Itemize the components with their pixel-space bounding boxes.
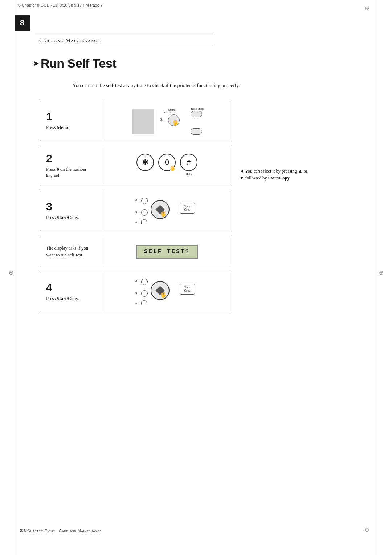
bottom-footer: 8.6 Chapter Eight · Care and Maintenance [20,528,102,533]
right-border [377,0,377,555]
steps-area: 1 Press Menu. Menu Resolution [40,101,232,317]
top-meta: 0-Chapter 8(GODREJ) 9/20/98 5:17 PM Page… [18,3,103,7]
page-number-box: 8 [15,15,30,31]
menu-label: Menu [168,108,176,112]
side-note-line2: ▼ followed by Start/Copy. [240,175,347,182]
menu-button: 🖐 [168,114,180,126]
step-2-left: 2 Press 0 on the number keypad. [40,146,102,186]
startcopy-panel-4: 2 3 4 🖐 [132,276,201,308]
selftest-left: The display asks if you want to run self… [40,236,102,267]
side-note-line1: ◄ You can select it by pressing ▲ or [240,168,347,175]
num-4b: 4 [135,302,137,305]
speed-label: Sp [160,118,163,121]
resolution-label: Resolution [191,107,204,110]
step-4-box: 4 Press Start/Copy. 2 3 4 [40,272,232,312]
keypad-step2: ✱ 0 🖐 # Help [131,151,203,182]
dot-3 [170,112,171,113]
side-note: ◄ You can select it by pressing ▲ or ▼ f… [240,168,347,182]
dot-2 [167,112,168,113]
hash-key-container: # Help [180,154,197,171]
step-3-box: 3 Press Start/Copy. 2 3 4 [40,191,232,231]
num-2: 2 [135,198,137,202]
diamond-container-4: 🖐 [157,287,163,294]
page-number: 8 [20,18,24,28]
chapter-header: Care and Maintenance [35,35,213,46]
startcopy-panel-3: 2 3 4 🖐 [132,195,201,227]
sc-circle-top [141,198,148,204]
panel-dots [164,112,171,113]
panel-buttons-area: Menu Resolution Sp Flash 🖐 [158,106,205,135]
selftest-description: The display asks if you want to run self… [46,245,96,258]
sc-btn-top [141,198,148,204]
step-3-illustration: 2 3 4 🖐 [102,191,232,231]
intro-paragraph: You can run the self-test at any time to… [73,82,309,89]
sc-btn-mid [141,209,148,216]
section-title-area: ➤ Run Self Test [33,56,116,70]
num-4: 4 [135,221,137,224]
step-4-left: 4 Press Start/Copy. [40,272,102,312]
dot-1 [164,112,166,113]
sc-center-btn-4: 🖐 [151,281,170,300]
step-1-left: 1 Press Menu. [40,101,102,141]
printer-body [132,109,154,134]
step-1-number: 1 [46,111,96,122]
step-3-number: 3 [46,201,96,212]
sc-start-copy-btn-4: Start/Copy [180,284,195,295]
sc-arc-bot-4 [141,300,147,305]
arrow-icon: ➤ [33,59,39,68]
selftest-box: The display asks if you want to run self… [40,236,232,267]
num-2b: 2 [135,279,137,283]
step-2-box: 2 Press 0 on the number keypad. ✱ 0 🖐 # [40,146,232,186]
step-3-left: 3 Press Start/Copy. [40,191,102,231]
sc-circle-top-4 [141,279,148,285]
step-2-illustration: ✱ 0 🖐 # Help [102,146,232,186]
star-key: ✱ [136,154,154,171]
lcd-display: SELF TEST? [136,245,198,259]
step-1-box: 1 Press Menu. Menu Resolution [40,101,232,141]
reg-mark-mid-left: ⊕ [7,269,15,276]
resolution-button [191,111,202,117]
reg-mark-bottom-right: ⊕ [363,526,370,533]
zero-key: 0 🖐 [158,154,176,171]
hash-key: # Help [180,154,197,171]
left-border [15,0,15,555]
footer-chapter-text: Chapter Eight · Care and Maintenance [26,528,102,533]
step-4-number: 4 [46,282,96,293]
sc-btn-mid-4 [141,290,148,297]
section-title: Run Self Test [41,56,116,70]
sc-btn-top-4 [141,279,148,285]
reg-mark-mid-right: ⊕ [377,269,385,276]
num-3b: 3 [135,292,137,295]
reg-mark-top-right: ⊕ [363,4,370,12]
sc-start-copy-btn-3: Start/Copy [180,203,195,214]
sc-center-btn-3: 🖐 [151,200,170,219]
sc-btn-bot [141,219,147,224]
step-1-illustration: Menu Resolution Sp Flash 🖐 [102,101,232,141]
step-4-illustration: 2 3 4 🖐 [102,272,232,312]
sc-circle-mid-4 [141,290,148,297]
step-2-number: 2 [46,153,96,164]
step-4-instruction: Press Start/Copy. [46,295,96,302]
step-2-instruction: Press 0 on the number keypad. [46,166,96,179]
step-1-instruction: Press Menu. [46,124,96,131]
help-label: Help [185,173,192,176]
sc-circle-mid [141,209,148,216]
step-3-instruction: Press Start/Copy. [46,214,96,221]
zero-key-container: 0 🖐 [158,154,176,171]
flash-button [191,128,202,135]
num-3: 3 [135,211,137,214]
diamond-container: 🖐 [157,206,163,213]
panel-step1: Menu Resolution Sp Flash 🖐 [127,106,207,137]
sc-arc-bot [141,219,147,224]
selftest-right: SELF TEST? [102,236,232,267]
sc-btn-bot-4 [141,300,147,305]
star-key-container: ✱ [136,154,154,171]
chapter-header-text: Care and Maintenance [39,37,100,43]
